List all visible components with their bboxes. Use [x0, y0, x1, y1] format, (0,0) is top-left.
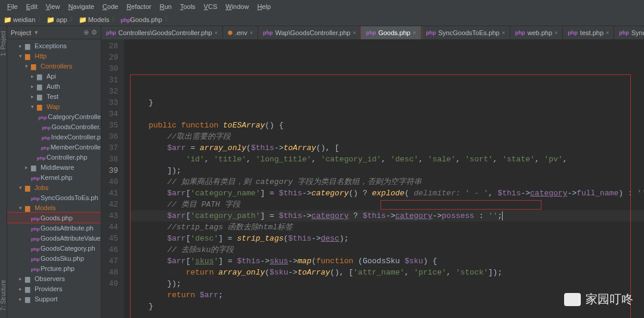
project-header[interactable]: Project ▾ ⊕ ⚙ [7, 26, 101, 39]
tree-arrow-icon[interactable]: ▾ [31, 104, 37, 110]
tree-node[interactable]: phpController.php [7, 152, 101, 162]
editor-tab[interactable]: phptest.php× [563, 26, 614, 39]
tree-node[interactable]: ▸▆Support [7, 294, 101, 304]
tree-arrow-icon[interactable]: ▸ [31, 93, 37, 99]
menu-navigate[interactable]: Navigate [64, 2, 97, 11]
menu-window[interactable]: Window [222, 2, 252, 11]
tree-arrow-icon[interactable]: ▸ [19, 276, 25, 282]
tree-node[interactable]: phpMemberControlle [7, 142, 101, 152]
code-line[interactable]: $arr = array_only($this->toArray(), [ [130, 142, 644, 154]
menu-view[interactable]: View [42, 2, 64, 11]
tree-arrow-icon[interactable]: ▸ [19, 286, 25, 292]
editor-tabs[interactable]: phpControllers\GoodsController.php×⬢.env… [101, 26, 644, 39]
tree-node[interactable]: phpGoodsController. [7, 121, 101, 132]
code-line[interactable] [130, 108, 644, 120]
breadcrumb[interactable]: 📁weidian〉📁app〉📁Models〉phpGoods.php〉 [0, 13, 644, 26]
tree-node[interactable]: ▾▆Wap [7, 101, 101, 111]
code-line[interactable]: $arr['desc'] = strip_tags($this->desc); [130, 233, 644, 244]
tree-node[interactable]: ▾▆Jobs [7, 182, 101, 192]
menu-help[interactable]: Help [253, 2, 274, 11]
collapse-icon[interactable]: ⊕ [83, 29, 89, 36]
editor-tab[interactable]: ⬢.env× [223, 26, 258, 39]
editor-tab[interactable]: phpWap\GoodsController.php× [258, 26, 361, 39]
menu-vcs[interactable]: VCS [200, 2, 221, 11]
gear-icon[interactable]: ⚙ [91, 29, 97, 36]
tool-structure-label[interactable]: 7: Structure [0, 278, 7, 313]
code-line[interactable]: } [130, 97, 644, 108]
tree-arrow-icon[interactable]: ▸ [31, 73, 37, 79]
code-line[interactable]: $arr['category_path'] = $this->category … [130, 210, 644, 222]
tree-node[interactable]: ▾▆Models [7, 202, 101, 213]
tree-node[interactable]: phpGoodsAttributeValue [7, 233, 101, 243]
code-line[interactable]: 'id', 'title', 'long_title', 'category_i… [130, 154, 644, 165]
tree-node[interactable]: ▸▆Observers [7, 273, 101, 283]
menu-code[interactable]: Code [99, 2, 122, 11]
breadcrumb-segment[interactable]: weidian [13, 16, 35, 23]
editor-tab[interactable]: phpControllers\GoodsController.php× [101, 26, 223, 39]
code-line[interactable]: return $arr; [130, 289, 644, 301]
breadcrumb-segment[interactable]: Goods.php [130, 16, 162, 23]
close-icon[interactable]: × [215, 30, 218, 36]
close-icon[interactable]: × [555, 30, 558, 36]
tree-node[interactable]: phpGoodsSku.php [7, 253, 101, 263]
tree-arrow-icon[interactable]: ▸ [25, 164, 31, 170]
editor-tab[interactable]: phpweb.php× [510, 26, 563, 39]
tree-arrow-icon[interactable]: ▾ [19, 205, 25, 211]
chevron-down-icon[interactable]: ▾ [35, 29, 38, 36]
tree-node[interactable]: phpGoods.php [7, 213, 101, 223]
tree-node[interactable]: ▸▆Auth [7, 81, 101, 91]
tree-node[interactable]: phpGoodsAttribute.ph [7, 223, 101, 233]
tree-arrow-icon[interactable]: ▾ [25, 63, 31, 69]
code-line[interactable] [130, 312, 644, 318]
code-line[interactable]: //取出需要的字段 [130, 131, 644, 142]
tree-node[interactable]: phpGoodsCategory.ph [7, 243, 101, 253]
tree-node[interactable]: ▸▆Providers [7, 283, 101, 294]
menu-edit[interactable]: Edit [23, 2, 41, 11]
menu-tools[interactable]: Tools [177, 2, 199, 11]
tree-arrow-icon[interactable]: ▸ [19, 43, 25, 49]
code-body[interactable]: } public function toESArray() { //取出需要的字… [124, 39, 644, 318]
tree-node[interactable]: ▾▆Http [7, 51, 101, 61]
code-line[interactable] [130, 86, 644, 97]
tree-node[interactable]: phpSyncGoodsToEs.ph [7, 192, 101, 202]
menu-run[interactable]: Run [156, 2, 175, 11]
tree-node[interactable]: phpKernel.php [7, 172, 101, 182]
close-icon[interactable]: × [413, 30, 416, 36]
tree-arrow-icon[interactable]: ▸ [31, 83, 37, 89]
editor-tab[interactable]: phpSyncGoods.php× [614, 26, 644, 39]
code-line[interactable]: $arr['skus'] = $this->skus->map(function… [130, 255, 644, 267]
editor-tab[interactable]: phpGoods.php× [361, 26, 422, 39]
menu-file[interactable]: File [4, 2, 21, 11]
main-menu[interactable]: FileEditViewNavigateCodeRefactorRunTools… [0, 0, 644, 13]
code-line[interactable]: return array_only($sku->toArray(), ['att… [130, 267, 644, 278]
code-line[interactable]: // 如果商品有类目，则 category 字段为类目名数组，否则为空字符串 [130, 176, 644, 188]
tree-node[interactable]: ▾▆Controllers [7, 61, 101, 71]
tree-node[interactable]: ▸▆Middleware [7, 162, 101, 172]
code-line[interactable]: ]); [130, 165, 644, 176]
tree-node[interactable]: phpPrcture.php [7, 263, 101, 273]
tree-node[interactable]: ▸▆Exceptions [7, 40, 101, 51]
tree-node[interactable]: phpIndexController.p [7, 132, 101, 142]
project-tree[interactable]: ▸▆Exceptions▾▆Http▾▆Controllers▸▆Api▸▆Au… [7, 39, 101, 318]
close-icon[interactable]: × [502, 30, 505, 36]
tree-arrow-icon[interactable]: ▾ [19, 53, 25, 59]
breadcrumb-segment[interactable]: app [56, 16, 67, 23]
tree-arrow-icon[interactable]: ▸ [19, 296, 25, 302]
code-line[interactable]: //strip_tags 函数去除html标签 [130, 222, 644, 233]
code-editor[interactable]: 2829303132333435363738394041424344454647… [101, 39, 644, 318]
code-line[interactable]: public function toESArray() { [130, 120, 644, 131]
editor-tab[interactable]: phpSyncGoodsToEs.php× [422, 26, 511, 39]
code-line[interactable]: $arr['category_name'] = $this->category(… [130, 188, 644, 199]
tree-arrow-icon[interactable]: ▾ [19, 185, 25, 191]
tool-project-label[interactable]: 1: Project [0, 29, 7, 58]
code-line[interactable]: // 类目 PATH 字段 [130, 199, 644, 210]
tree-node[interactable]: ▸▆Api [7, 71, 101, 81]
code-line[interactable]: } [130, 301, 644, 312]
menu-refactor[interactable]: Refactor [123, 2, 155, 11]
tree-node[interactable]: phpCategoryControlle [7, 111, 101, 121]
close-icon[interactable]: × [353, 30, 356, 36]
code-line[interactable]: }); [130, 278, 644, 289]
close-icon[interactable]: × [250, 30, 253, 36]
code-line[interactable]: // 去除sku的字段 [130, 244, 644, 255]
tool-window-stripe-left[interactable]: 1: Project 7: Structure [0, 26, 7, 318]
